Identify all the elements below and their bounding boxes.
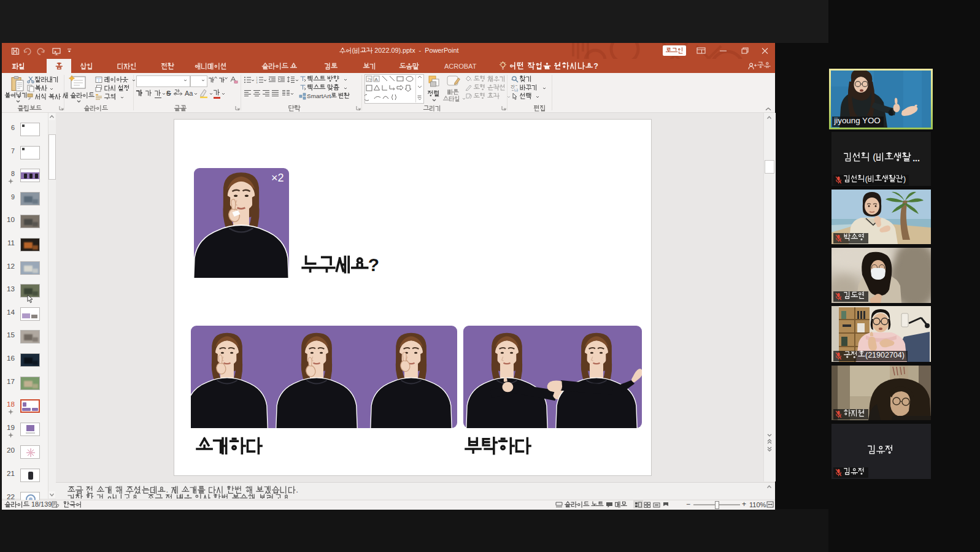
svg-text:?: ? xyxy=(593,62,599,71)
svg-text:9: 9 xyxy=(11,193,15,201)
svg-text:(: ( xyxy=(870,151,876,162)
svg-text:나: 나 xyxy=(514,88,519,92)
svg-text:16: 16 xyxy=(7,354,15,362)
svg-text:2022.09).pptx - PowerPoint: 2022.09).pptx - PowerPoint xyxy=(372,47,458,54)
svg-text:(21902704): (21902704) xyxy=(865,351,905,359)
svg-text:17: 17 xyxy=(7,377,15,385)
svg-text:8: 8 xyxy=(11,170,15,177)
svg-text:21: 21 xyxy=(7,469,15,477)
svg-text:6: 6 xyxy=(11,124,15,131)
svg-text:가: 가 xyxy=(368,77,372,82)
svg-text:(: ( xyxy=(865,175,868,183)
svg-text:18: 18 xyxy=(7,400,15,408)
svg-text:12: 12 xyxy=(7,262,15,270)
svg-text:15: 15 xyxy=(7,331,15,339)
svg-text:A: A xyxy=(375,77,378,82)
svg-text:18/139: 18/139 xyxy=(29,500,52,508)
svg-text:13: 13 xyxy=(7,285,15,293)
svg-text:14: 14 xyxy=(7,308,15,316)
svg-text:?: ? xyxy=(368,255,379,275)
svg-text:): ) xyxy=(903,175,906,183)
svg-text:3: 3 xyxy=(256,82,257,84)
svg-text:7: 7 xyxy=(11,147,15,155)
svg-text:(: ( xyxy=(352,47,355,54)
svg-text:19: 19 xyxy=(7,423,15,431)
svg-text:jiyoung YOO: jiyoung YOO xyxy=(833,116,880,125)
svg-text:10: 10 xyxy=(7,215,15,223)
svg-text:20: 20 xyxy=(7,446,15,454)
svg-text:.: . xyxy=(291,494,293,499)
svg-text:.: . xyxy=(139,494,147,499)
svg-text:11: 11 xyxy=(7,239,15,247)
svg-text:SmartArt: SmartArt xyxy=(307,93,331,99)
